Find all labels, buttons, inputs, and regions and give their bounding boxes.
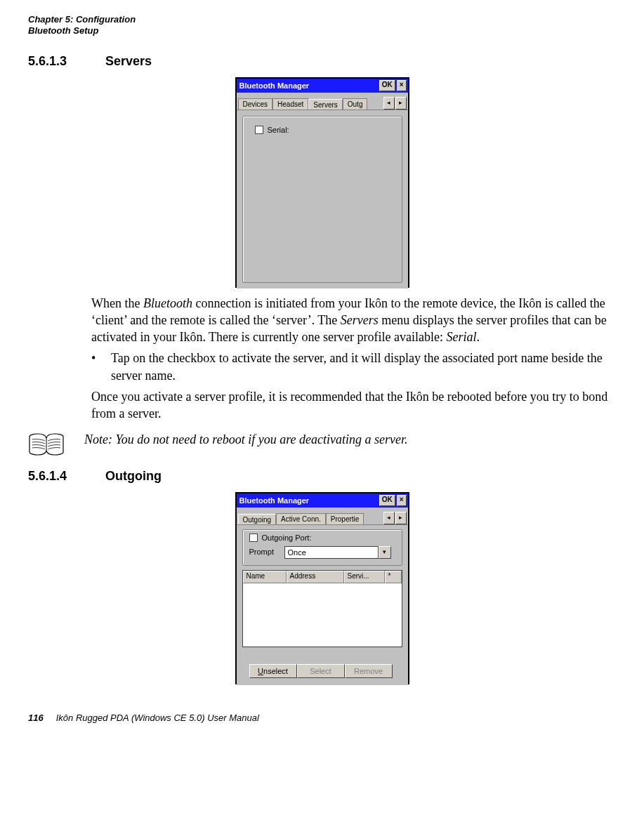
header-chapter: Chapter 5: Configuration (28, 14, 616, 25)
tab-properties-partial[interactable]: Propertie (326, 513, 364, 524)
section-number: 5.6.1.3 (28, 54, 105, 69)
tab-active-conn[interactable]: Active Conn. (276, 513, 326, 524)
tab-scroll-right[interactable]: ▸ (395, 97, 407, 110)
page-number: 116 (28, 713, 44, 723)
screenshot-outgoing: Bluetooth Manager OK × Outgoing Active C… (28, 492, 616, 684)
tab-scroll-right[interactable]: ▸ (395, 512, 407, 524)
header-subtitle: Bluetooth Setup (28, 25, 616, 37)
tab-servers[interactable]: Servers (308, 99, 342, 110)
tab-bar: Devices Headset Servers Outg ◂ ▸ (237, 93, 408, 110)
prompt-combo[interactable]: Once ▾ (284, 546, 391, 559)
window-body: Outgoing Port: Prompt Once ▾ Name Addres… (237, 525, 408, 685)
serial-label: Serial: (268, 126, 289, 134)
col-service[interactable]: Servi... (344, 571, 385, 583)
bullet-1: • Tap on the checkbox to activate the se… (91, 350, 616, 384)
tab-devices[interactable]: Devices (238, 98, 273, 110)
prompt-label: Prompt (249, 548, 274, 556)
window-body: Serial: (237, 110, 408, 289)
note-row: Note: You do not need to reboot if you a… (28, 432, 616, 456)
bullet-text: Tap on the checkbox to activate the serv… (111, 350, 616, 384)
tab-scroll-left[interactable]: ◂ (383, 512, 395, 524)
ok-button[interactable]: OK (379, 80, 395, 91)
col-name[interactable]: Name (243, 571, 287, 583)
tab-headset[interactable]: Headset (272, 98, 308, 110)
close-button[interactable]: × (397, 495, 407, 506)
page-header: Chapter 5: Configuration Bluetooth Setup (28, 14, 616, 37)
col-address[interactable]: Address (287, 571, 344, 583)
paragraph-2: Once you activate a server profile, it i… (91, 388, 616, 423)
close-button[interactable]: × (397, 80, 407, 91)
select-button[interactable]: Select (297, 664, 345, 678)
window-title: Bluetooth Manager (239, 81, 378, 90)
tab-outgoing-partial[interactable]: Outg (343, 98, 368, 110)
footer-title: Ikôn Rugged PDA (Windows CE 5.0) User Ma… (56, 713, 259, 723)
tab-outgoing[interactable]: Outgoing (238, 514, 277, 525)
section-title: Servers (105, 54, 152, 68)
bullet-dot: • (91, 350, 111, 384)
note-text: Note: You do not need to reboot if you a… (84, 432, 407, 447)
combo-dropdown-icon[interactable]: ▾ (379, 546, 391, 559)
ok-button[interactable]: OK (379, 495, 395, 506)
titlebar: Bluetooth Manager OK × (237, 493, 408, 508)
section-heading-servers: 5.6.1.3Servers (28, 54, 616, 69)
section-title: Outgoing (105, 469, 162, 483)
bluetooth-manager-window-outgoing: Bluetooth Manager OK × Outgoing Active C… (235, 492, 409, 684)
window-title: Bluetooth Manager (239, 496, 378, 505)
button-row: Unselect Select Remove (249, 664, 393, 678)
section-number: 5.6.1.4 (28, 469, 105, 484)
paragraph-1: When the Bluetooth connection is initiat… (91, 295, 616, 346)
prompt-value: Once (284, 546, 379, 559)
section-heading-outgoing: 5.6.1.4Outgoing (28, 469, 616, 484)
outgoing-port-label: Outgoing Port: (262, 534, 312, 542)
unselect-button[interactable]: Unselect (249, 664, 297, 678)
tab-bar: Outgoing Active Conn. Propertie ◂ ▸ (237, 508, 408, 525)
outgoing-port-checkbox-row[interactable]: Outgoing Port: (249, 534, 312, 542)
tab-scroll-left[interactable]: ◂ (383, 97, 395, 110)
screenshot-servers: Bluetooth Manager OK × Devices Headset S… (28, 77, 616, 288)
book-icon (28, 432, 65, 456)
serial-checkbox-row[interactable]: Serial: (255, 126, 289, 134)
grid-header: Name Address Servi... * (243, 571, 402, 583)
outgoing-port-checkbox[interactable] (249, 534, 258, 542)
bluetooth-manager-window: Bluetooth Manager OK × Devices Headset S… (235, 77, 409, 288)
page-footer: 116Ikôn Rugged PDA (Windows CE 5.0) User… (28, 713, 616, 723)
remove-button[interactable]: Remove (345, 664, 393, 678)
server-group (242, 116, 402, 283)
col-star[interactable]: * (385, 571, 402, 583)
serial-checkbox[interactable] (255, 126, 263, 134)
connections-grid[interactable]: Name Address Servi... * (242, 570, 402, 647)
titlebar: Bluetooth Manager OK × (237, 79, 408, 93)
